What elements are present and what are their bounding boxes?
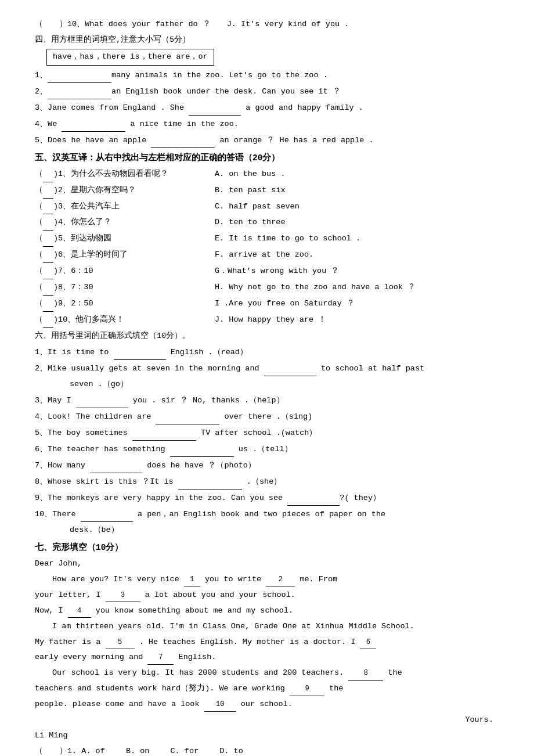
q10-text: （ ）10、What does your father do ？ J. It's… [35,20,349,28]
mc-q1: （ ）1. A. of B. on C. for D. to [35,744,505,756]
q10-line: （ ）10、What does your father do ？ J. It's… [35,17,505,32]
s4-blank2 [48,84,111,99]
s4-q5: 5、Does he have an apple an orange ？ He h… [35,133,505,148]
letter-p8: teachers and students work hard（努力). We … [35,682,505,696]
s5-item-5: （ )5、到达动物园E. It is time to go to school … [35,232,505,247]
letter-p3: Now, I 4 you know something about me and… [35,604,505,618]
cloze6: 6 [360,636,376,649]
cloze7: 7 [147,651,174,664]
s6-blank3 [76,393,128,408]
s6-q1: 1、It is time to English .（read） [35,345,505,360]
cloze3: 3 [106,589,140,602]
s4-blank3 [189,100,241,116]
s6-q5: 5、The boy sometimes TV after school .(wa… [35,426,505,441]
vocab-box: have，has，there is，there are，or [46,49,214,66]
s6-q10-cont: desk.（be） [70,523,505,538]
section5-title: 五、汉英互译：从右中找出与左栏相对应的正确的答语（20分） [35,150,505,166]
s6-blank9 [287,491,340,506]
cloze1: 1 [184,573,200,586]
letter-p2: your letter, I 3 a lot about you and you… [35,588,505,603]
vocab-box-line: have，has，there is，there are，or [41,49,505,66]
s6-q2: 2、Mike usually gets at seven in the morn… [35,361,505,376]
s6-blank4 [156,409,219,424]
s5-item-8: （ )8、7：30H. Why not go to the zoo and ha… [35,280,505,296]
s4-blank1 [48,68,111,83]
s5-item-6: （ )6、是上学的时间了F. arrive at the zoo. [35,248,505,263]
s5-items: （ )1、为什么不去动物园看看呢？A. on the bus .（ )2、星期六… [35,167,505,329]
s6-q10: 10、There a pen，an English book and two p… [35,507,505,522]
letter-open: Dear John, [35,557,505,571]
s5-item-4: （ )4、你怎么了？D. ten to three [35,215,505,231]
s6-q6: 6、The teacher has something us .（tell） [35,442,505,457]
s6-blank2 [264,361,316,376]
s4-q2: 2、 an English book under the desk. Can y… [35,84,505,99]
s4-q1: 1、 many animals in the zoo. Let's go to … [35,68,505,83]
section7-title: 七、完形填空（10分） [35,540,505,556]
s6-q3: 3、May I you . sir ？ No, thanks .（help） [35,393,505,408]
s4-q4: 4、We a nice time in the zoo. [35,117,505,132]
s5-item-2: （ )2、星期六你有空吗？B. ten past six [35,183,505,199]
s5-item-7: （ )7、6：10G．What's wrong with you ？ [35,264,505,279]
s5-item-10: （ )10、他们多高兴！J. How happy they are ！ [35,313,505,328]
s6-q4: 4、Look! The children are over there .（si… [35,409,505,424]
cloze4: 4 [68,604,91,618]
s5-item-3: （ )3、在公共汽车上C. half past seven [35,200,505,215]
s6-blank7 [90,458,142,473]
cloze8: 8 [348,667,383,680]
s6-q2-cont: seven .（go） [70,377,505,392]
cloze5: 5 [106,636,135,649]
section4-title: 四、用方框里的词填空,注意大小写（5分） [35,33,505,48]
cloze2: 2 [266,573,295,586]
letter-sig: Li Ming [35,729,505,743]
s5-item-9: （ )9、2：50I .Are you free on Saturday ？ [35,297,505,312]
s6-blank6 [170,442,234,457]
s6-q9: 9、The monkeys are very happy in the zoo.… [35,491,505,506]
s6-blank5 [132,426,196,441]
s4-blank5 [151,133,215,148]
cloze9: 9 [290,682,324,696]
s5-item-1: （ )1、为什么不去动物园看看呢？A. on the bus . [35,167,505,182]
s6-blank10 [81,507,133,522]
letter-p1: How are you? It's very nice 1 you to wri… [52,573,505,587]
s6-blank8 [178,474,242,489]
main-content: （ ）10、What does your father do ？ J. It's… [35,17,505,756]
cloze10: 10 [204,698,236,711]
s6-q7: 7、How many does he have ？（photo） [35,458,505,473]
letter-p9: people. please come and have a look 10 o… [35,697,505,712]
s6-blank1 [114,345,166,360]
s4-blank4 [62,117,125,132]
letter-p7: Our school is very big. It has 2000 stud… [52,666,505,681]
letter-p6: early every morning and 7 English. [35,650,505,665]
letter-yours: Yours. [35,713,505,728]
section6-title: 六、用括号里词的正确形式填空（10分）。 [35,329,505,344]
s6-q8: 8、Whose skirt is this ？It is .（she） [35,474,505,489]
s4-q3: 3、Jane comes from England . She a good a… [35,100,505,116]
letter-p4: I am thirteen years old. I'm in Class On… [52,620,505,634]
letter-p5: My father is a 5 . He teaches English. M… [35,635,505,650]
